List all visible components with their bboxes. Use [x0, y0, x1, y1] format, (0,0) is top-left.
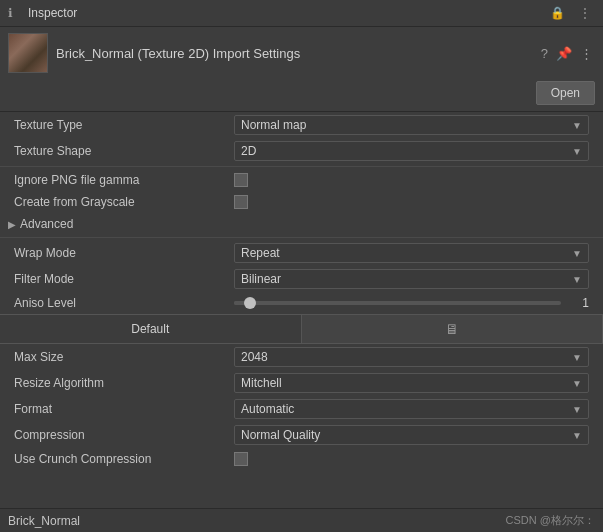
title-bar-label: Inspector	[28, 6, 77, 20]
aniso-slider-thumb[interactable]	[244, 297, 256, 309]
inspector-icon: ℹ	[8, 6, 22, 20]
aniso-slider-container: 1	[234, 296, 589, 310]
help-button[interactable]: ?	[539, 44, 550, 63]
ignore-png-row: Ignore PNG file gamma	[0, 169, 603, 191]
filter-mode-dropdown[interactable]: Bilinear ▼	[234, 269, 589, 289]
advanced-label: Advanced	[20, 217, 73, 231]
wrap-mode-row: Wrap Mode Repeat ▼	[0, 240, 603, 266]
chevron-down-icon: ▼	[572, 248, 582, 259]
filter-mode-row: Filter Mode Bilinear ▼	[0, 266, 603, 292]
monitor-tab[interactable]: 🖥	[302, 315, 604, 343]
texture-type-dropdown[interactable]: Normal map ▼	[234, 115, 589, 135]
ignore-png-checkbox-wrapper	[234, 173, 589, 187]
ignore-png-checkbox[interactable]	[234, 173, 248, 187]
filter-mode-label: Filter Mode	[14, 272, 234, 286]
asset-title: Brick_Normal (Texture 2D) Import Setting…	[56, 46, 300, 61]
header-right: ? 📌 ⋮	[539, 44, 595, 63]
texture-type-row: Texture Type Normal map ▼	[0, 112, 603, 138]
filter-mode-value[interactable]: Bilinear ▼	[234, 269, 589, 289]
crunch-compression-row: Use Crunch Compression	[0, 448, 603, 470]
menu-button[interactable]: ⋮	[575, 4, 595, 22]
bottom-bar: Brick_Normal CSDN @格尔尔：	[0, 508, 603, 532]
format-row: Format Automatic ▼	[0, 396, 603, 422]
create-grayscale-row: Create from Grayscale	[0, 191, 603, 213]
crunch-compression-checkbox-wrapper	[234, 452, 589, 466]
texture-type-label: Texture Type	[14, 118, 234, 132]
format-value[interactable]: Automatic ▼	[234, 399, 589, 419]
texture-shape-dropdown[interactable]: 2D ▼	[234, 141, 589, 161]
texture-shape-row: Texture Shape 2D ▼	[0, 138, 603, 164]
texture-shape-label: Texture Shape	[14, 144, 234, 158]
chevron-down-icon: ▼	[572, 430, 582, 441]
max-size-row: Max Size 2048 ▼	[0, 344, 603, 370]
format-label: Format	[14, 402, 234, 416]
pin-button[interactable]: 📌	[554, 44, 574, 63]
advanced-section-header[interactable]: ▶ Advanced	[0, 213, 603, 235]
max-size-dropdown[interactable]: 2048 ▼	[234, 347, 589, 367]
aniso-level-row: Aniso Level 1	[0, 292, 603, 314]
chevron-down-icon: ▼	[572, 146, 582, 157]
resize-algorithm-dropdown[interactable]: Mitchell ▼	[234, 373, 589, 393]
crunch-compression-checkbox[interactable]	[234, 452, 248, 466]
crunch-compression-label: Use Crunch Compression	[14, 452, 234, 466]
header-area: Brick_Normal (Texture 2D) Import Setting…	[0, 27, 603, 112]
aniso-slider-track[interactable]	[234, 301, 561, 305]
resize-algorithm-row: Resize Algorithm Mitchell ▼	[0, 370, 603, 396]
resize-algorithm-value[interactable]: Mitchell ▼	[234, 373, 589, 393]
lock-button[interactable]: 🔒	[546, 4, 569, 22]
content-area: Texture Type Normal map ▼ Texture Shape …	[0, 112, 603, 470]
header-top: Brick_Normal (Texture 2D) Import Setting…	[8, 33, 595, 73]
texture-shape-value[interactable]: 2D ▼	[234, 141, 589, 161]
compression-value[interactable]: Normal Quality ▼	[234, 425, 589, 445]
header-menu-button[interactable]: ⋮	[578, 44, 595, 63]
platform-tabs: Default 🖥	[0, 314, 603, 344]
bottom-bar-label: Brick_Normal	[8, 514, 80, 528]
max-size-label: Max Size	[14, 350, 234, 364]
title-bar: ℹ Inspector 🔒 ⋮	[0, 0, 603, 27]
compression-dropdown[interactable]: Normal Quality ▼	[234, 425, 589, 445]
header-left: Brick_Normal (Texture 2D) Import Setting…	[8, 33, 300, 73]
chevron-down-icon: ▼	[572, 378, 582, 389]
chevron-down-icon: ▼	[572, 352, 582, 363]
create-grayscale-label: Create from Grayscale	[14, 195, 234, 209]
aniso-level-value: 1	[234, 296, 589, 310]
default-tab[interactable]: Default	[0, 315, 302, 343]
monitor-icon: 🖥	[445, 321, 459, 337]
create-grayscale-checkbox[interactable]	[234, 195, 248, 209]
wrap-mode-value[interactable]: Repeat ▼	[234, 243, 589, 263]
aniso-level-label: Aniso Level	[14, 296, 234, 310]
max-size-value[interactable]: 2048 ▼	[234, 347, 589, 367]
create-grayscale-checkbox-wrapper	[234, 195, 589, 209]
format-dropdown[interactable]: Automatic ▼	[234, 399, 589, 419]
compression-row: Compression Normal Quality ▼	[0, 422, 603, 448]
section-arrow-icon: ▶	[8, 219, 16, 230]
texture-thumbnail	[8, 33, 48, 73]
title-bar-controls: 🔒 ⋮	[546, 4, 595, 22]
chevron-down-icon: ▼	[572, 274, 582, 285]
texture-type-value[interactable]: Normal map ▼	[234, 115, 589, 135]
chevron-down-icon: ▼	[572, 404, 582, 415]
wrap-mode-label: Wrap Mode	[14, 246, 234, 260]
ignore-png-label: Ignore PNG file gamma	[14, 173, 234, 187]
default-tab-label: Default	[131, 322, 169, 336]
resize-algorithm-label: Resize Algorithm	[14, 376, 234, 390]
open-button[interactable]: Open	[536, 81, 595, 105]
compression-label: Compression	[14, 428, 234, 442]
aniso-level-number: 1	[569, 296, 589, 310]
wrap-mode-dropdown[interactable]: Repeat ▼	[234, 243, 589, 263]
watermark: CSDN @格尔尔：	[506, 513, 595, 528]
chevron-down-icon: ▼	[572, 120, 582, 131]
